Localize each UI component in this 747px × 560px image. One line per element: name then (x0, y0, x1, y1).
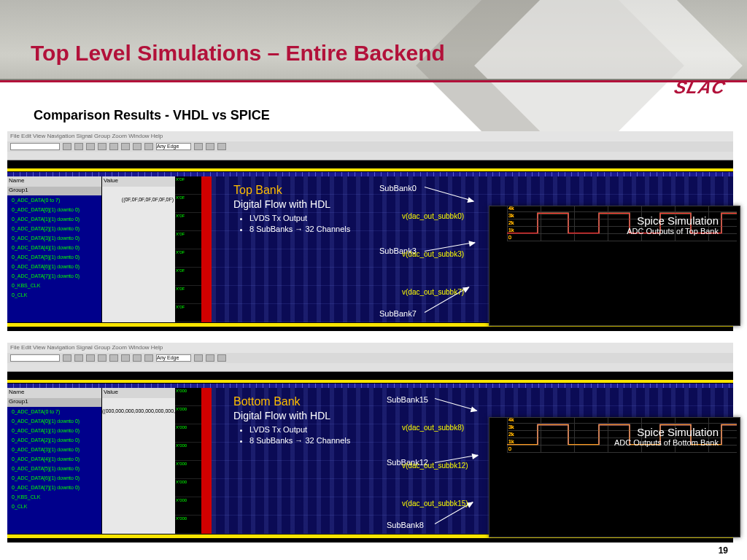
header-banner: Top Level Simulations – Entire Backend (0, 0, 747, 79)
tree-node[interactable]: 0_ADC_DATA[0](1) downto 0) (7, 416, 101, 426)
signal-tree[interactable]: Name Group1 0_ADC_DATA(0 to 7) 0_ADC_DAT… (7, 176, 102, 322)
toolbar-button[interactable] (74, 143, 83, 150)
tree-root[interactable]: 0_ADC_DATA(0 to 7) (7, 195, 101, 205)
tree-node[interactable]: 0_ADC_DATA[7](1) downto 0) (7, 271, 101, 281)
ytick: 0 (508, 446, 523, 453)
tree-node[interactable]: 0_ADC_DATA[1](1) downto 0) (7, 214, 101, 224)
value-header: Value (102, 388, 175, 398)
trace-label: v(dac_out_subbk15) (402, 499, 468, 508)
tree-node[interactable]: 0_ADC_DATA[2](1) downto 0) (7, 435, 101, 445)
tree-node[interactable]: 0_ADC_DATA[5](1) downto 0) (7, 464, 101, 473)
toolbar-button[interactable] (98, 143, 107, 150)
tree-node[interactable]: 0_ADC_DATA[5](1) downto 0) (7, 252, 101, 262)
tree-node[interactable]: 0_CLK (7, 502, 101, 511)
tree-node[interactable]: 0_ADC_DATA[4](1) downto 0) (7, 243, 101, 252)
edge-field[interactable]: Any Edge (156, 143, 191, 150)
expand-column (201, 176, 212, 322)
tree-node[interactable]: 0_ADC_DATA[1](1) downto 0) (7, 426, 101, 435)
toolbar-button[interactable] (121, 143, 130, 150)
tree-node[interactable]: 0_ADC_DATA[0](1) downto 0) (7, 205, 101, 214)
toolbar-button[interactable] (86, 143, 95, 150)
waveform-area[interactable]: Bottom Bank Digital Flow with HDL LVDS T… (212, 388, 733, 534)
toolbar-button[interactable] (194, 354, 203, 362)
app-menubar[interactable]: File Edit View Navigation Signal Group Z… (7, 343, 733, 353)
logo-text: SLAC (672, 77, 727, 98)
toolbar-button[interactable] (144, 354, 153, 362)
toolbar-button[interactable] (217, 354, 226, 362)
tree-node[interactable]: 0_ADC_DATA[3](1) downto 0) (7, 445, 101, 454)
toolbar-button[interactable] (98, 354, 107, 362)
tree-node[interactable]: 0_ADC_DATA[6](1) downto 0) (7, 473, 101, 483)
tree-node[interactable]: 0_ADC_DATA[7](1) downto 0) (7, 483, 101, 492)
toolbar-button[interactable] (206, 354, 214, 362)
ytick: 0 (508, 234, 523, 241)
tree-node[interactable]: 0_ADC_DATA[4](1) downto 0) (7, 454, 101, 464)
trace-label: v(dac_out_subbk3) (402, 250, 464, 258)
bullet: 8 SubBanks → 32 Channels (249, 435, 350, 446)
slac-logo: SLAC (675, 77, 725, 98)
tree-node[interactable]: 0_KBS_CLK (7, 492, 101, 502)
tree-node[interactable]: 0_ADC_DATA[6](1) downto 0) (7, 262, 101, 271)
spice-title: Spice Simulation (637, 214, 719, 227)
arrow-icon (435, 398, 477, 411)
edge-field[interactable]: Any Edge (156, 354, 191, 362)
app-toolbar-2[interactable] (7, 363, 733, 372)
tree-node[interactable]: 0_KBS_CLK (7, 281, 101, 290)
toolbar-button[interactable] (63, 354, 71, 362)
page-number: 19 (719, 545, 728, 556)
toolbar-button[interactable] (144, 143, 153, 150)
toolbar-button[interactable] (133, 354, 142, 362)
spice-caption: Spice Simulation ADC Outputs of Bottom B… (614, 426, 719, 447)
bottom-bank-panel: File Edit View Navigation Signal Group Z… (7, 343, 733, 548)
toolbar-button[interactable] (133, 143, 142, 150)
bullet: LVDS Tx Output (249, 424, 350, 435)
toolbar-button[interactable] (109, 354, 118, 362)
toolbar-button[interactable] (206, 143, 214, 150)
ruler-black (7, 372, 733, 379)
marker-column: X'000X'000X'000X'000X'000X'000X'000X'000 (175, 388, 201, 534)
tree-root[interactable]: 0_ADC_DATA(0 to 7) (7, 407, 101, 416)
bank-title: Bottom Bank (233, 395, 350, 408)
bottom-bank-annotation: Bottom Bank Digital Flow with HDL LVDS T… (233, 395, 350, 446)
time-field[interactable] (10, 354, 60, 362)
bank-title: Top Bank (233, 184, 350, 197)
tree-node[interactable]: 0_CLK (7, 290, 101, 300)
toolbar-button[interactable] (74, 354, 83, 362)
signal-tree[interactable]: Name Group1 0_ADC_DATA(0 to 7) 0_ADC_DAT… (7, 388, 102, 534)
header-divider (0, 79, 747, 82)
app-toolbar[interactable]: Any Edge (7, 141, 733, 152)
toolbar-button[interactable] (86, 354, 95, 362)
tree-node[interactable]: 0_ADC_DATA[2](1) downto 0) (7, 224, 101, 233)
flow-label: Digital Flow with HDL (233, 198, 350, 210)
subbank-label: SubBank8 (387, 521, 424, 529)
value-header: Value (102, 176, 175, 187)
trace-label: v(dac_out_subbk12) (402, 462, 468, 470)
trace-label: v(dac_out_subbk7) (402, 288, 464, 296)
tree-group[interactable]: Group1 (7, 187, 101, 195)
app-toolbar[interactable]: Any Edge (7, 353, 733, 363)
time-field[interactable] (10, 143, 60, 150)
app-menubar[interactable]: File Edit View Navigation Signal Group Z… (7, 131, 733, 141)
tree-node[interactable]: 0_ADC_DATA[3](1) downto 0) (7, 233, 101, 243)
toolbar-button[interactable] (217, 143, 226, 150)
tree-group[interactable]: Group1 (7, 398, 101, 407)
ytick: 4k (508, 416, 523, 424)
app-toolbar-2[interactable] (7, 152, 733, 160)
subbank-label: SubBank0 (379, 184, 417, 192)
flow-label: Digital Flow with HDL (233, 410, 350, 421)
bullet: LVDS Tx Output (249, 213, 350, 224)
waveform-area[interactable]: Top Bank Digital Flow with HDL LVDS Tx O… (212, 176, 733, 322)
tree-header: Name (7, 388, 101, 398)
spice-subtitle: ADC Outputs of Bottom Bank (614, 438, 719, 447)
ytick: 1k (508, 438, 523, 446)
ytick: 3k (508, 212, 523, 219)
trace-label: v(dac_out_subbk8) (402, 424, 464, 432)
panel-body: Name Group1 0_ADC_DATA(0 to 7) 0_ADC_DAT… (7, 388, 733, 534)
toolbar-button[interactable] (109, 143, 118, 150)
subbank-label: SubBank15 (387, 395, 428, 404)
toolbar-button[interactable] (63, 143, 71, 150)
toolbar-button[interactable] (194, 143, 203, 150)
toolbar-button[interactable] (121, 354, 130, 362)
spice-caption: Spice Simulation ADC Outputs of Top Bank (627, 214, 719, 236)
spice-subtitle: ADC Outputs of Top Bank (627, 227, 719, 236)
